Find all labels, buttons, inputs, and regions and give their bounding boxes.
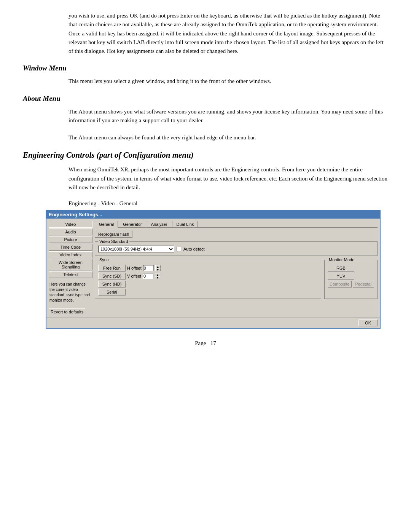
sync-inner: Free Run H offset ▲ ▼ Sync (SD) V o [98, 262, 318, 296]
ok-button[interactable]: OK [358, 320, 378, 326]
dialog-title: Engineering Settings... [49, 212, 102, 217]
tab-analyzer[interactable]: Analyzer [147, 221, 172, 227]
sync-sd-button[interactable]: Sync (SD) [98, 273, 126, 280]
sync-legend: Sync [98, 257, 110, 262]
tab-general[interactable]: General [95, 221, 118, 228]
page-footer: Page 17 [23, 340, 388, 347]
v-offset-down[interactable]: ▼ [155, 276, 160, 279]
sync-monitor-row: Sync Free Run H offset ▲ ▼ [95, 260, 378, 301]
v-offset-label: V offset [127, 274, 141, 278]
sync-row-freerun: Free Run H offset ▲ ▼ [98, 265, 318, 272]
sync-row-serial: Serial [98, 289, 318, 296]
about-menu-paragraph1: The About menu shows you what software v… [68, 107, 388, 125]
sync-serial-button[interactable]: Serial [98, 289, 126, 296]
sidebar-btn-teletext[interactable]: Teletext [49, 271, 92, 278]
video-standard-group: Video Standard 1920x1080i (59.94Hz) 4:4:… [95, 241, 378, 256]
monitor-inner: RGB YUV Composite Pedestal [328, 262, 374, 288]
h-offset-input[interactable] [143, 265, 154, 271]
video-standard-select[interactable]: 1920x1080i (59.94Hz) 4:4:4 [98, 246, 174, 252]
video-standard-legend: Video Standard [98, 239, 129, 244]
monitor-mode-legend: Monitor Mode [328, 257, 355, 262]
sidebar-btn-video[interactable]: Video [49, 221, 92, 228]
monitor-pedestal-button[interactable]: Pedestal [353, 281, 374, 288]
sync-row-hd: Sync (HD) [98, 281, 318, 288]
page-label: Page [195, 340, 206, 346]
sidebar-revert-area: Revert to defaults [49, 305, 92, 315]
reprogram-flash-wrapper: Reprogram flash [95, 231, 378, 240]
sidebar-btn-timecode[interactable]: Time Code [49, 244, 92, 251]
engineering-controls-heading: Engineering Controls (part of Configurat… [23, 150, 388, 160]
page-number: 17 [210, 340, 216, 346]
intro-text: you wish to use, and press OK (and do no… [68, 13, 384, 54]
dialog-sidebar: Video Audio Picture Time Code Video Inde… [49, 221, 92, 315]
dialog-titlebar: Engineering Settings... [46, 211, 380, 219]
sync-group: Sync Free Run H offset ▲ ▼ [95, 260, 321, 299]
about-menu-section: About Menu The About menu shows you what… [23, 94, 388, 142]
auto-detect-label: Auto detect [183, 247, 205, 251]
tab-duallink[interactable]: Dual Link [172, 221, 198, 227]
window-menu-section: Window Menu This menu lets you select a … [23, 64, 388, 86]
monitor-mode-group: Monitor Mode RGB YUV Composite Pedestal [324, 260, 378, 299]
h-offset-down[interactable]: ▼ [155, 268, 161, 271]
h-offset-label: H offset [127, 266, 142, 270]
monitor-composite-button[interactable]: Composite [328, 281, 352, 288]
sidebar-btn-audio[interactable]: Audio [49, 228, 92, 235]
sync-freerun-button[interactable]: Free Run [98, 265, 126, 272]
intro-paragraph: you wish to use, and press OK (and do no… [68, 11, 388, 56]
tabs-row: General Generator Analyzer Dual Link [95, 221, 378, 228]
sync-hd-button[interactable]: Sync (HD) [98, 281, 126, 288]
auto-detect-checkbox[interactable] [177, 247, 181, 251]
h-offset-spinner: ▲ ▼ [155, 265, 161, 271]
dialog-body: Video Audio Picture Time Code Video Inde… [46, 219, 380, 318]
sidebar-btn-widescreensignalling[interactable]: Wide Screen Signalling [49, 259, 92, 270]
sidebar-btn-picture[interactable]: Picture [49, 236, 92, 243]
dialog-main-panel: General Generator Analyzer Dual Link Rep… [95, 221, 378, 315]
video-standard-row: 1920x1080i (59.94Hz) 4:4:4 Auto detect [98, 246, 374, 252]
revert-defaults-button[interactable]: Revert to defaults [49, 308, 85, 315]
engineering-settings-dialog: Engineering Settings... Video Audio Pict… [46, 210, 381, 329]
engineering-controls-section: Engineering Controls (part of Configurat… [23, 150, 388, 329]
v-offset-spinner: ▲ ▼ [155, 273, 160, 279]
h-offset-up[interactable]: ▲ [155, 265, 161, 268]
monitor-bottom-row: Composite Pedestal [328, 281, 374, 288]
sidebar-btn-videoindex[interactable]: Video Index [49, 251, 92, 258]
sync-row-sd: Sync (SD) V offset ▲ ▼ [98, 273, 318, 280]
window-menu-body: This menu lets you select a given window… [68, 77, 388, 86]
reprogram-flash-button[interactable]: Reprogram flash [95, 231, 132, 238]
monitor-rgb-button[interactable]: RGB [328, 265, 354, 272]
about-menu-heading: About Menu [23, 94, 388, 103]
v-offset-up[interactable]: ▲ [155, 273, 160, 276]
v-offset-input[interactable] [143, 273, 153, 279]
about-menu-paragraph2: The About menu can always be found at th… [68, 133, 388, 142]
tab-generator[interactable]: Generator [119, 221, 146, 227]
dialog-footer: OK [46, 318, 380, 328]
window-menu-heading: Window Menu [23, 64, 388, 72]
engineering-sub-heading: Engineering - Video - General [68, 200, 388, 207]
sidebar-description: Here you can change the current video st… [49, 280, 92, 305]
engineering-controls-paragraph: When using OmniTek XR, perhaps the most … [68, 165, 388, 192]
monitor-yuv-button[interactable]: YUV [328, 273, 354, 280]
